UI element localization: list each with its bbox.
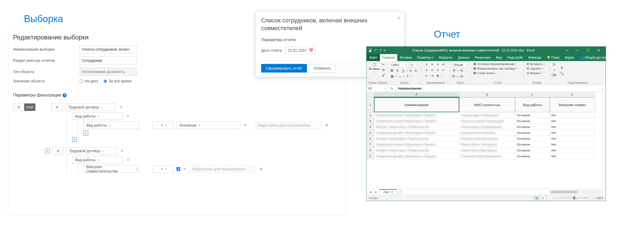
align-top-icon[interactable]: ≡: [424, 62, 429, 67]
tab-share[interactable]: 👥Общий доступ: [577, 54, 609, 61]
cell[interactable]: Основная: [515, 136, 550, 142]
row-header[interactable]: 3: [367, 118, 374, 124]
row-header[interactable]: 9: [367, 153, 374, 159]
g2-cond-checkbox[interactable]: [177, 167, 180, 171]
wrap-icon[interactable]: ↩: [441, 68, 446, 73]
sheet-nav-prev[interactable]: ◀: [368, 190, 373, 194]
tab-tellme[interactable]: 💡Помо: [544, 54, 562, 61]
tab-team[interactable]: Команда: [526, 54, 544, 61]
help-icon[interactable]: ?: [63, 93, 67, 97]
cell[interactable]: Основная: [515, 118, 550, 124]
g2-field1-dd[interactable]: Вид работы▾: [72, 156, 123, 164]
root-or-button[interactable]: ИЛИ: [24, 103, 35, 111]
percent-icon[interactable]: %: [459, 68, 463, 73]
cell[interactable]: Нет: [550, 153, 595, 159]
orientation-icon[interactable]: ⟲: [441, 62, 446, 67]
tab-view[interactable]: Вид: [493, 54, 504, 61]
autosum-icon[interactable]: Σ ▾: [552, 62, 557, 67]
sheet-nav-next[interactable]: ▶: [374, 190, 378, 194]
row-header[interactable]: 7: [367, 142, 374, 147]
comma-icon[interactable]: ,: [465, 68, 469, 73]
cell[interactable]: Основная: [515, 124, 550, 130]
undo-icon[interactable]: ↶: [374, 49, 377, 52]
cell[interactable]: Управление делами Губернатора и Правите: [374, 130, 459, 136]
generate-report-button[interactable]: Сформировать отчет: [261, 64, 307, 73]
radio-on-date[interactable]: На дату: [80, 79, 98, 83]
tab-insert[interactable]: Вставка: [397, 54, 415, 61]
fill-color-icon[interactable]: ▬: [397, 74, 402, 79]
underline-icon[interactable]: Ч: [401, 68, 405, 73]
find-select-icon[interactable]: 🔍: [559, 71, 564, 76]
cell[interactable]: Нет: [550, 142, 595, 147]
add-group[interactable]: +: [45, 148, 50, 153]
save-icon[interactable]: 💾: [368, 49, 372, 52]
tab-data[interactable]: Данные: [455, 54, 472, 61]
g2-cond-field-dd[interactable]: Внешнее совместительство▾: [83, 165, 139, 173]
view-normal-icon[interactable]: ▦: [534, 196, 540, 200]
tab-review[interactable]: Рецензиро: [472, 54, 494, 61]
delete-cells-button[interactable]: ⊟ Удалить ▾: [527, 67, 547, 70]
copy-icon[interactable]: ⧉: [381, 67, 386, 72]
col-header-b[interactable]: B: [459, 92, 515, 97]
zoom-in-button[interactable]: +: [591, 196, 596, 200]
shrink-font-icon[interactable]: A↓: [414, 68, 419, 73]
zoom-slider[interactable]: [560, 198, 589, 198]
cell[interactable]: Основная: [515, 112, 550, 118]
grow-font-icon[interactable]: A↑: [408, 68, 413, 73]
group1-remove[interactable]: ✕: [118, 105, 124, 109]
cell[interactable]: Аппарат Губернатора и Правительства: [374, 124, 459, 130]
cell-styles-button[interactable]: ▦ Стили ячеек ▾: [473, 71, 522, 75]
align-center-icon[interactable]: ≡: [430, 68, 434, 73]
merge-icon[interactable]: ⊞: [435, 73, 440, 78]
g1-cond-remove[interactable]: ✕: [324, 123, 329, 127]
cell[interactable]: Любова Дарья Владимировна: [459, 124, 515, 130]
redo-icon[interactable]: ↷: [379, 49, 382, 52]
col-header-c[interactable]: C: [515, 92, 550, 97]
cell[interactable]: Нет: [550, 136, 595, 142]
cell[interactable]: Горнева Дарья Ревальевна: [459, 112, 515, 118]
view-page-layout-icon[interactable]: ▤: [540, 196, 546, 200]
row-header[interactable]: 2: [367, 112, 374, 118]
tab-home[interactable]: Главная: [380, 54, 397, 61]
clear-icon[interactable]: ⌫ ▾: [552, 73, 557, 78]
zoom-level[interactable]: 100%: [596, 196, 604, 200]
zoom-out-button[interactable]: −: [553, 196, 557, 200]
radio-all-time[interactable]: За всё время: [104, 79, 132, 83]
eye-off-icon-2[interactable]: 👁: [183, 167, 187, 171]
cell[interactable]: Нет: [550, 124, 595, 130]
cell[interactable]: Аппарат Губернатора и Правительства: [374, 147, 459, 153]
align-mid-icon[interactable]: ≡: [430, 62, 434, 67]
tab-signed-in[interactable]: Марки: [562, 54, 577, 61]
row-header[interactable]: 4: [367, 124, 374, 130]
inc-dec-icon[interactable]: .00→: [452, 74, 457, 79]
cell[interactable]: Аппарат Губернатора и Правительства: [374, 136, 459, 142]
tab-layout[interactable]: Разметка с: [415, 54, 436, 61]
align-bot-icon[interactable]: ≡: [435, 62, 440, 67]
modal-close-button[interactable]: ✕: [397, 16, 401, 20]
cell[interactable]: Основная: [515, 147, 550, 153]
minimize-icon[interactable]: —: [572, 47, 583, 54]
cell[interactable]: Управление делами Губернатора и Правите: [374, 142, 459, 147]
fx-icon[interactable]: fx: [388, 85, 396, 92]
border-icon[interactable]: ▦: [389, 74, 394, 79]
format-painter-icon[interactable]: 🖌: [381, 73, 386, 78]
cell[interactable]: Нет: [550, 112, 595, 118]
g2-cond-remove[interactable]: ✕: [259, 167, 264, 171]
hdr-cell-fio[interactable]: ФИО полностью: [459, 97, 515, 112]
dec-dec-icon[interactable]: ←.00: [458, 74, 462, 79]
tab-formulas[interactable]: Формулы: [436, 54, 455, 61]
eye-off-icon[interactable]: 👁: [243, 123, 247, 127]
currency-icon[interactable]: ₽: [452, 68, 456, 73]
col-header-a[interactable]: A: [374, 92, 459, 97]
maximize-icon[interactable]: ☐: [583, 47, 593, 54]
cut-icon[interactable]: ✂: [381, 62, 386, 67]
sort-filter-icon[interactable]: ⇅: [559, 66, 564, 70]
cell[interactable]: Русина Ирина Леонидовна: [459, 142, 515, 147]
g1-add-field[interactable]: +: [72, 137, 77, 142]
g2-cond-op-dd[interactable]: =▾: [153, 165, 174, 173]
cell[interactable]: Управление делами Губернатора и Правите: [374, 153, 459, 159]
cell[interactable]: Нет: [550, 118, 595, 124]
number-format-dd[interactable]: Общий▾: [452, 62, 469, 67]
view-page-break-icon[interactable]: ▭: [547, 196, 552, 200]
italic-icon[interactable]: К: [395, 68, 400, 73]
